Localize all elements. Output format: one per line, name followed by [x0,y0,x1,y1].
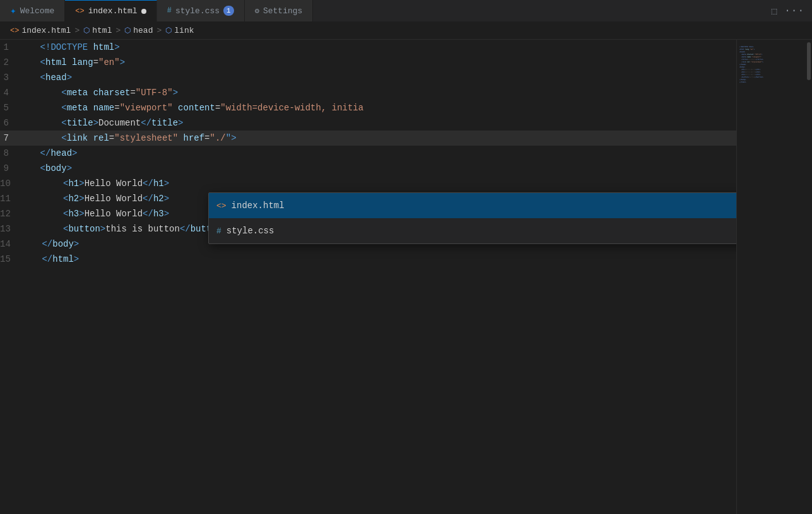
line-num-11: 11 [0,191,21,206]
line-row-8: 8 </head> [0,146,736,161]
line-row-2: 2 <html lang="en"> [0,55,736,70]
breadcrumb-sep-1: > [74,26,79,35]
breadcrumb-html-label: html [92,26,112,35]
breadcrumb-head-label: head [133,26,153,35]
tab-style-css[interactable]: # style.css 1 [157,0,245,21]
autocomplete-css-label: style.css [227,226,274,236]
code-line-8: </head> [19,146,77,161]
line-num-4: 4 [0,85,19,100]
css-icon: # [167,6,172,15]
breadcrumb: <> index.html > ⬡ html > ⬡ head > ⬡ link [0,22,812,40]
breadcrumb-item-file[interactable]: <> index.html [10,26,71,35]
minimap-content: <!DOCTYPE html> <html lang="en"> <head> … [738,42,804,88]
code-line-9: <body> [19,161,72,176]
code-line-10: <h1>Hello World</h1> [21,176,169,191]
autocomplete-html-icon: <> [216,201,227,211]
autocomplete-item-style-css[interactable]: # style.css [209,218,736,243]
tab-css-badge: 1 [223,6,234,16]
tab-style-css-label: style.css [175,6,220,16]
head-cube-icon: ⬡ [124,26,131,35]
vscode-logo: ✦ [10,4,16,17]
autocomplete-dropdown[interactable]: <> index.html # style.css [208,192,736,244]
tab-actions: ⬚ ··· [764,5,812,16]
tab-bar: ✦ Welcome <> index.html # style.css 1 ⚙ … [0,0,812,22]
more-options-button[interactable]: ··· [784,5,804,16]
code-line-15: </html> [21,252,79,267]
breadcrumb-item-html[interactable]: ⬡ html [83,26,112,35]
breadcrumb-item-link[interactable]: ⬡ link [165,26,194,35]
code-line-6: <title>Document</title> [19,115,184,131]
line-row-3: 3 <head> [0,70,736,85]
tab-welcome[interactable]: ✦ Welcome [0,0,65,21]
editor-main[interactable]: 1 <!DOCTYPE html> 2 <html lang="en"> 3 <… [0,40,736,514]
line-num-7: 7 [0,131,19,146]
code-line-3: <head> [19,70,72,85]
html-cube-icon: ⬡ [83,26,90,35]
code-line-4: <meta charset="UTF-8"> [19,85,178,100]
line-row-15: 15 </html> [0,252,736,267]
tab-settings-label: Settings [263,6,302,16]
split-editor-button[interactable]: ⬚ [772,6,777,16]
code-line-7: <link rel="stylesheet" href="./"> [19,131,237,146]
editor-container: 1 <!DOCTYPE html> 2 <html lang="en"> 3 <… [0,40,812,514]
line-num-8: 8 [0,146,19,161]
line-row-6: 6 <title>Document</title> [0,115,736,131]
code-line-13: <button>this is button</button> [21,221,228,237]
line-num-15: 15 [0,252,21,267]
line-num-1: 1 [0,40,19,55]
line-row-5: 5 <meta name="viewport" content="width=d… [0,100,736,115]
breadcrumb-file-label: index.html [21,26,71,35]
line-num-13: 13 [0,221,21,237]
breadcrumb-link-label: link [174,26,194,35]
tab-index-html-label: index.html [88,6,138,16]
autocomplete-item-index-html[interactable]: <> index.html [209,193,736,218]
line-num-10: 10 [0,176,21,191]
autocomplete-html-label: index.html [232,201,285,211]
line-num-2: 2 [0,55,19,70]
line-row-7: 7 <link rel="stylesheet" href="./"> [0,131,736,146]
line-row-10: 10 <h1>Hello World</h1> [0,176,736,191]
line-row-4: 4 <meta charset="UTF-8"> [0,85,736,100]
tab-welcome-label: Welcome [20,6,55,16]
code-bracket-icon: <> [10,26,19,35]
scrollbar-thumb[interactable] [807,42,811,80]
code-line-12: <h3>Hello World</h3> [21,206,169,221]
line-num-6: 6 [0,115,19,131]
line-num-9: 9 [0,161,19,176]
line-num-3: 3 [0,70,19,85]
code-line-2: <html lang="en"> [19,55,125,70]
line-num-14: 14 [0,237,21,252]
tab-modified-indicator [141,9,146,14]
code-line-11: <h2>Hello World</h2> [21,191,169,206]
code-line-14: </body> [21,237,79,252]
code-line-5: <meta name="viewport" content="width=dev… [19,100,363,115]
tab-index-html[interactable]: <> index.html [65,0,156,21]
line-num-5: 5 [0,100,19,115]
line-row-9: 9 <body> [0,161,736,176]
breadcrumb-sep-2: > [115,26,121,35]
minimap: <!DOCTYPE html> <html lang="en"> <head> … [736,40,806,514]
autocomplete-css-icon: # [216,226,221,236]
scrollbar-track[interactable] [806,40,812,514]
tab-settings[interactable]: ⚙ Settings [245,0,314,21]
breadcrumb-sep-3: > [156,26,162,35]
line-num-12: 12 [0,206,21,221]
settings-icon: ⚙ [255,6,259,16]
link-cube-icon: ⬡ [165,26,172,35]
breadcrumb-item-head[interactable]: ⬡ head [124,26,153,35]
line-row-1: 1 <!DOCTYPE html> [0,40,736,55]
code-line-1: <!DOCTYPE html> [19,40,120,55]
html-icon: <> [75,7,84,16]
